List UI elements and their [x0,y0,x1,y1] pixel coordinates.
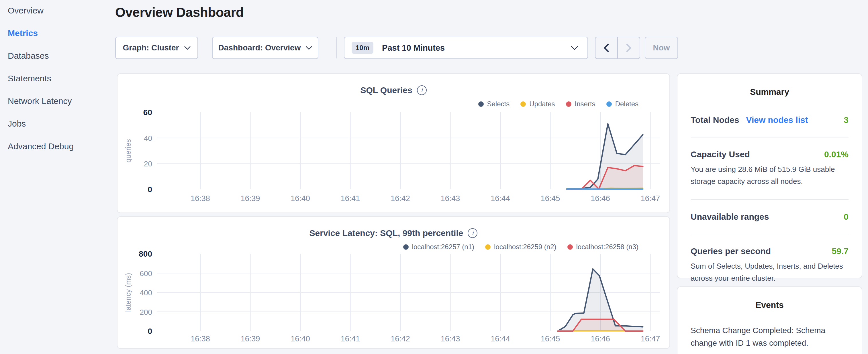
sidebar-item-jobs[interactable]: Jobs [8,118,111,129]
prev-time-button[interactable] [595,37,618,58]
summary-row-label: Capacity Used [691,150,750,159]
summary-panel: Summary Total NodesView nodes list3Capac… [677,73,862,279]
summary-row-label: Queries per second [691,246,771,256]
svg-text:400: 400 [140,288,152,297]
summary-divider [691,137,848,137]
svg-text:16:42: 16:42 [391,334,410,343]
svg-text:40: 40 [144,134,152,142]
svg-text:16:41: 16:41 [341,194,360,203]
chevron-left-icon [604,43,609,52]
summary-row: Queries per second59.7 [691,246,848,256]
summary-heading: Summary [677,87,862,97]
chevron-right-icon [626,43,631,52]
time-range-badge: 10m [351,42,373,54]
page-title: Overview Dashboard [115,5,244,20]
summary-row: Unavailable ranges0 [691,212,848,222]
svg-text:16:40: 16:40 [290,334,310,343]
svg-text:0: 0 [148,327,152,336]
svg-text:latency (ms): latency (ms) [124,273,132,312]
chevron-down-icon [571,46,578,50]
svg-text:16:47: 16:47 [641,334,660,343]
summary-row-value: 0.01% [824,150,848,159]
sql-queries-chart-card: SQL Queries i SelectsUpdatesInsertsDelet… [117,73,670,213]
events-heading: Events [677,300,862,310]
sidebar-item-network-latency[interactable]: Network Latency [8,95,111,107]
dashboard-dropdown-label: Dashboard: Overview [218,43,301,53]
svg-text:800: 800 [139,250,152,258]
svg-text:200: 200 [140,308,152,317]
svg-text:16:45: 16:45 [541,334,560,343]
dashboard-dropdown[interactable]: Dashboard: Overview [212,37,318,59]
chart-plot[interactable]: 020406016:3816:3916:4016:4116:4216:4316:… [118,74,670,213]
svg-text:16:47: 16:47 [641,194,660,203]
sidebar-item-advanced-debug[interactable]: Advanced Debug [8,141,111,152]
svg-text:16:46: 16:46 [591,334,610,343]
now-button[interactable]: Now [645,37,678,59]
summary-row: Total NodesView nodes list3 [691,115,848,125]
chevron-down-icon [184,46,191,50]
event-timestamp: May 13, 2020 at 4:45 PM [691,353,848,354]
summary-divider [691,234,848,234]
svg-text:20: 20 [144,160,152,168]
svg-text:16:43: 16:43 [441,194,460,203]
summary-row: Capacity Used0.01% [691,150,848,159]
sidebar-item-statements[interactable]: Statements [8,73,111,84]
view-nodes-list-link[interactable]: View nodes list [746,115,808,125]
svg-text:16:39: 16:39 [241,334,260,343]
svg-text:0: 0 [148,185,152,194]
time-pager [595,37,640,59]
summary-row-description: Sum of Selects, Updates, Inserts, and De… [691,260,848,284]
svg-text:16:42: 16:42 [391,194,410,203]
service-latency-chart-card: Service Latency: SQL, 99th percentile i … [117,216,670,349]
svg-text:16:43: 16:43 [441,334,460,343]
svg-text:16:46: 16:46 [591,194,610,203]
summary-row-value: 3 [844,115,848,125]
time-range-dropdown[interactable]: 10m Past 10 Minutes [344,37,588,59]
svg-text:16:41: 16:41 [341,334,360,343]
sidebar: OverviewMetricsDatabasesStatementsNetwor… [8,5,111,163]
svg-text:16:39: 16:39 [241,194,260,203]
graph-dropdown-label: Graph: Cluster [123,43,179,53]
next-time-button[interactable] [618,37,640,58]
svg-text:16:45: 16:45 [541,194,560,203]
summary-divider [691,199,848,200]
events-panel: Events Schema Change Completed: Schema c… [677,286,862,354]
svg-text:600: 600 [140,269,152,278]
chevron-down-icon [306,46,312,50]
graph-dropdown[interactable]: Graph: Cluster [115,37,198,59]
summary-row-label: Unavailable ranges [691,212,769,222]
summary-row-label: Total Nodes [691,115,739,125]
svg-text:16:38: 16:38 [191,194,210,203]
event-text: Schema Change Completed: Schema change w… [691,324,848,349]
svg-text:16:38: 16:38 [191,334,210,343]
sidebar-item-databases[interactable]: Databases [8,50,111,62]
summary-row-description: You are using 28.6 MiB of 515.9 GiB usab… [691,163,848,187]
sidebar-item-metrics[interactable]: Metrics [8,28,111,39]
svg-text:16:44: 16:44 [491,334,510,343]
svg-text:16:40: 16:40 [290,194,310,203]
controls-divider [336,37,337,58]
chart-plot[interactable]: 020040060080016:3816:3916:4016:4116:4216… [118,217,670,348]
svg-text:16:44: 16:44 [491,194,510,203]
summary-row-value: 59.7 [832,246,848,256]
svg-text:queries: queries [124,139,132,163]
time-range-label: Past 10 Minutes [382,43,445,53]
sidebar-item-overview[interactable]: Overview [8,5,111,16]
summary-row-value: 0 [844,212,848,222]
svg-text:60: 60 [143,108,152,117]
